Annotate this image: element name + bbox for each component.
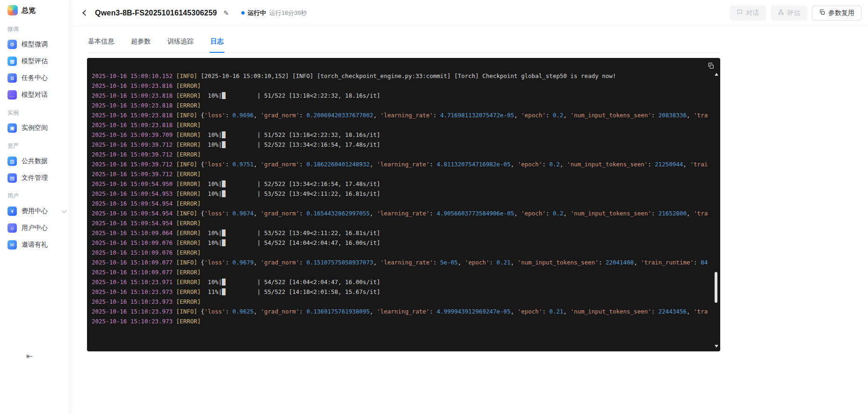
sidebar-section-label: 资产 (0, 136, 70, 153)
sidebar-item-public-data[interactable]: ▥公共数据 (0, 153, 70, 170)
instance-space-icon: ▣ (7, 123, 17, 133)
sidebar-item-task-center[interactable]: ≣任务中心 (0, 70, 70, 86)
run-status: 运行中 运行16分39秒 (241, 9, 307, 17)
log-line: 2025-10-16 15:09:23.818 [ERROR] (92, 100, 708, 110)
log-line: 2025-10-16 15:10:09.064 [ERROR] 10%|█ | … (92, 228, 708, 238)
log-line: 2025-10-16 15:09:54.954 [ERROR] (92, 199, 708, 208)
sidebar-section-label: 用户 (0, 186, 70, 203)
sidebar-item-label: 实例空间 (22, 124, 48, 132)
log-line: 2025-10-16 15:10:09.077 [ERROR] (92, 267, 708, 277)
sidebar-item-model-finetune[interactable]: ⚙模型微调 (0, 36, 70, 53)
user-center-icon: ☺ (7, 223, 17, 233)
parameter-reuse-button-label: 参数复用 (828, 9, 854, 17)
overview-label: 总览 (22, 6, 36, 15)
scroll-up-icon[interactable] (715, 73, 718, 76)
log-line: 2025-10-16 15:09:39.712 [INFO] {'loss': … (92, 159, 708, 169)
chevron-down-icon (62, 208, 66, 213)
sidebar: 总览 微调⚙模型微调▦模型评估≣任务中心…模型对话实例▣实例空间资产▥公共数据▤… (0, 0, 70, 414)
sidebar-item-file-manage[interactable]: ▤文件管理 (0, 170, 70, 186)
log-line: 2025-10-16 15:09:54.950 [ERROR] 10%|█ | … (92, 179, 708, 189)
sidebar-item-invite[interactable]: ✉邀请有礼 (0, 236, 70, 253)
sidebar-item-label: 费用中心 (22, 207, 48, 215)
log-line: 2025-10-16 15:10:23.973 [INFO] {'loss': … (92, 307, 708, 316)
log-line: 2025-10-16 15:10:09.076 [ERROR] (92, 248, 708, 257)
sidebar-item-model-eval[interactable]: ▦模型评估 (0, 53, 70, 70)
sidebar-item-billing-center[interactable]: ¥费用中心 (0, 203, 70, 220)
tab-logs[interactable]: 日志 (210, 35, 224, 53)
evaluate-icon (778, 9, 784, 17)
log-line: 2025-10-16 15:10:09.077 [INFO] {'loss': … (92, 257, 708, 267)
copy-icon[interactable] (707, 62, 715, 70)
main-area: Qwen3-8B-FS20251016145306259 ✎ 运行中 运行16分… (70, 0, 868, 414)
back-button[interactable] (82, 10, 88, 16)
model-chat-icon: … (7, 90, 17, 100)
log-console: 2025-10-16 15:09:10.152 [INFO] [2025-10-… (87, 58, 720, 351)
log-line: 2025-10-16 15:10:09.076 [ERROR] 10%|█ | … (92, 238, 708, 248)
task-center-icon: ≣ (7, 73, 17, 83)
sidebar-item-user-center[interactable]: ☺用户中心 (0, 220, 70, 236)
header-actions: 对话 评估 参数复用 (730, 6, 861, 21)
log-line: 2025-10-16 15:09:54.953 [ERROR] 10%|█ | … (92, 189, 708, 199)
tab-hyperparams[interactable]: 超参数 (130, 35, 152, 52)
invite-icon: ✉ (7, 240, 17, 250)
sidebar-section-label: 实例 (0, 103, 70, 120)
sidebar-item-label: 任务中心 (22, 74, 48, 82)
model-finetune-icon: ⚙ (7, 40, 17, 49)
log-line: 2025-10-16 15:09:23.816 [ERROR] (92, 81, 708, 91)
sidebar-nav: 微调⚙模型微调▦模型评估≣任务中心…模型对话实例▣实例空间资产▥公共数据▤文件管… (0, 20, 70, 253)
page-header: Qwen3-8B-FS20251016145306259 ✎ 运行中 运行16分… (70, 0, 868, 26)
file-manage-icon: ▤ (7, 173, 17, 183)
log-line: 2025-10-16 15:09:10.152 [INFO] [2025-10-… (92, 71, 708, 81)
sidebar-item-model-chat[interactable]: …模型对话 (0, 86, 70, 103)
log-line: 2025-10-16 15:09:39.712 [ERROR] 10%|█ | … (92, 140, 708, 150)
parameter-reuse-button[interactable]: 参数复用 (812, 6, 861, 21)
app-logo-icon (7, 5, 18, 15)
log-line: 2025-10-16 15:10:23.971 [ERROR] 10%|█ | … (92, 277, 708, 287)
evaluate-button[interactable]: 评估 (771, 6, 807, 21)
log-line: 2025-10-16 15:10:23.973 [ERROR] (92, 316, 708, 326)
sidebar-item-instance-space[interactable]: ▣实例空间 (0, 120, 70, 136)
log-line: 2025-10-16 15:09:39.712 [ERROR] (92, 169, 708, 179)
model-eval-icon: ▦ (7, 57, 17, 66)
sidebar-item-label: 模型微调 (22, 40, 48, 49)
status-label: 运行中 (248, 9, 266, 17)
tab-basic-info[interactable]: 基本信息 (87, 35, 115, 52)
log-line: 2025-10-16 15:09:23.818 [ERROR] 10%|█ | … (92, 91, 708, 100)
scroll-down-icon[interactable] (715, 345, 718, 348)
log-line: 2025-10-16 15:10:23.973 [ERROR] 11%|█ | … (92, 287, 708, 297)
page-title: Qwen3-8B-FS20251016145306259 (95, 9, 217, 17)
sidebar-item-label: 模型评估 (22, 57, 48, 65)
log-line: 2025-10-16 15:09:39.709 [ERROR] 10%|█ | … (92, 130, 708, 140)
scrollbar-thumb[interactable] (715, 272, 717, 303)
evaluate-button-label: 评估 (787, 9, 800, 17)
log-line: 2025-10-16 15:09:23.818 [INFO] {'loss': … (92, 110, 708, 120)
log-output[interactable]: 2025-10-16 15:09:10.152 [INFO] [2025-10-… (92, 71, 708, 349)
public-data-icon: ▥ (7, 157, 17, 166)
log-line: 2025-10-16 15:09:39.712 [ERROR] (92, 150, 708, 159)
chat-icon (737, 9, 743, 17)
sidebar-item-label: 邀请有礼 (22, 241, 48, 249)
log-scrollbar[interactable] (714, 72, 719, 349)
sidebar-section-label: 微调 (0, 20, 70, 36)
sidebar-item-label: 文件管理 (22, 174, 48, 182)
sidebar-item-overview[interactable]: 总览 (0, 0, 70, 20)
tab-bar: 基本信息超参数训练追踪日志 (87, 35, 720, 53)
log-line: 2025-10-16 15:09:54.954 [INFO] {'loss': … (92, 208, 708, 218)
log-line: 2025-10-16 15:09:54.954 [ERROR] (92, 218, 708, 228)
status-duration: 运行16分39秒 (269, 9, 307, 17)
sidebar-item-label: 用户中心 (22, 224, 48, 232)
log-line: 2025-10-16 15:09:23.818 [ERROR] (92, 120, 708, 130)
status-dot-icon (241, 11, 245, 14)
tab-training-trace[interactable]: 训练追踪 (166, 35, 195, 52)
reuse-icon (819, 9, 825, 17)
chat-button[interactable]: 对话 (730, 6, 766, 21)
chat-button-label: 对话 (746, 9, 759, 17)
edit-icon[interactable]: ✎ (224, 9, 229, 17)
billing-center-icon: ¥ (7, 207, 17, 216)
log-line: 2025-10-16 15:10:23.973 [ERROR] (92, 297, 708, 307)
sidebar-collapse-icon[interactable]: ⇤ (26, 351, 33, 361)
sidebar-item-label: 公共数据 (22, 157, 48, 165)
sidebar-item-label: 模型对话 (22, 91, 48, 99)
